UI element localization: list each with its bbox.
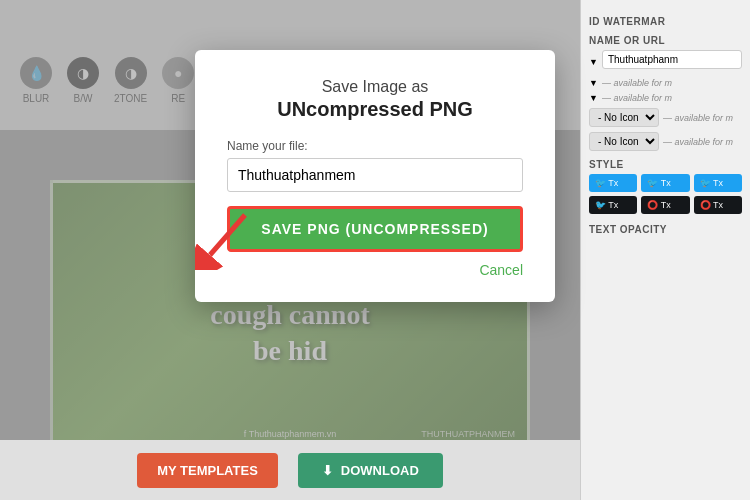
chevron-icon-1: ▼ bbox=[589, 57, 598, 67]
no-icon-row-1: - No Icon — available for m bbox=[589, 108, 742, 127]
red-arrow-indicator bbox=[195, 210, 255, 270]
available-row-1: ▼ — available for m bbox=[589, 78, 742, 88]
chevron-icon-3: ▼ bbox=[589, 93, 598, 103]
style-btn-6[interactable]: ⭕ Tx bbox=[694, 196, 742, 214]
style-btn-5[interactable]: ⭕ Tx bbox=[641, 196, 689, 214]
modal-title: Save Image as bbox=[227, 78, 523, 96]
available-row-2: ▼ — available for m bbox=[589, 93, 742, 103]
name-or-url-label: NAME OR URL bbox=[589, 35, 742, 46]
download-button[interactable]: ⬇ DOWNLOAD bbox=[298, 453, 443, 488]
modal-subtitle: UNcompressed PNG bbox=[227, 98, 523, 121]
text-opacity-title: TEXT OPACITY bbox=[589, 224, 742, 235]
download-label: DOWNLOAD bbox=[341, 463, 419, 478]
chevron-icon-2: ▼ bbox=[589, 78, 598, 88]
no-icon-select-2[interactable]: - No Icon bbox=[589, 132, 659, 151]
available-text-2: — available for m bbox=[602, 93, 672, 103]
no-icon-select-1[interactable]: - No Icon bbox=[589, 108, 659, 127]
bottom-bar: MY TEMPLATES ⬇ DOWNLOAD bbox=[0, 440, 580, 500]
modal-filename-input[interactable] bbox=[227, 158, 523, 192]
style-btn-4[interactable]: 🐦 Tx bbox=[589, 196, 637, 214]
modal-cancel-link[interactable]: Cancel bbox=[227, 262, 523, 278]
download-icon: ⬇ bbox=[322, 463, 333, 478]
right-panel: ID WATERMAR NAME OR URL ▼ ▼ — available … bbox=[580, 0, 750, 500]
style-title: STYLE bbox=[589, 159, 742, 170]
watermark-title: ID WATERMAR bbox=[589, 16, 742, 27]
svg-line-1 bbox=[210, 215, 245, 255]
style-grid: 🐦 Tx 🐦 Tx 🐦 Tx 🐦 Tx ⭕ Tx ⭕ Tx bbox=[589, 174, 742, 214]
name-row-1: ▼ bbox=[589, 50, 742, 73]
style-btn-1[interactable]: 🐦 Tx bbox=[589, 174, 637, 192]
templates-button[interactable]: MY TEMPLATES bbox=[137, 453, 278, 488]
available-text-3: — available for m bbox=[663, 113, 733, 123]
available-text-4: — available for m bbox=[663, 137, 733, 147]
modal-file-label: Name your file: bbox=[227, 139, 523, 153]
name-input-1[interactable] bbox=[602, 50, 742, 69]
style-btn-3[interactable]: 🐦 Tx bbox=[694, 174, 742, 192]
modal-save-button[interactable]: SAVE PNG (UNCOMPRESSED) bbox=[227, 206, 523, 252]
style-btn-2[interactable]: 🐦 Tx bbox=[641, 174, 689, 192]
available-text-1: — available for m bbox=[602, 78, 672, 88]
no-icon-row-2: - No Icon — available for m bbox=[589, 132, 742, 151]
